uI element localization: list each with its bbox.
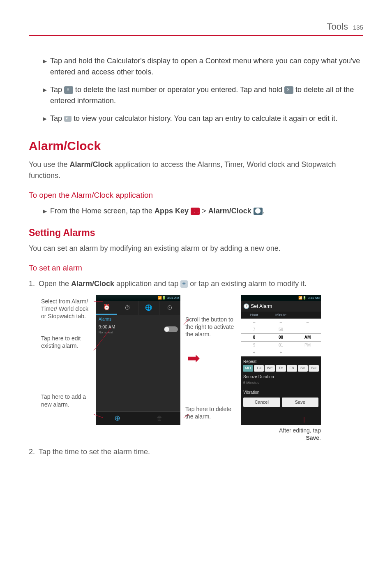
bold-text: Apps Key [154, 207, 189, 215]
step-text: Open the Alarm/Clock application and tap… [39, 278, 363, 289]
svg-line-3 [184, 319, 189, 325]
open-app-subheading: To open the Alarm/Clock application [29, 190, 363, 201]
page-header: Tools 135 [29, 20, 363, 36]
bullet-text: Tap to delete the last number or operato… [50, 84, 363, 106]
open-app-instruction: From the Home screen, tap the Apps Key >… [50, 206, 363, 217]
apps-key-icon [191, 208, 200, 215]
svg-line-1 [94, 328, 111, 351]
step-number: 2. [29, 446, 39, 458]
step-text: Tap the time to set the alarm time. [39, 446, 363, 458]
bullet-item: ▶ From the Home screen, tap the Apps Key… [43, 206, 363, 217]
set-alarm-subheading: To set an alarm [29, 262, 363, 274]
bold-text: Alarm/Clock [71, 280, 114, 288]
header-page-number: 135 [353, 23, 363, 32]
dropdown-arrow-icon [64, 116, 71, 122]
text-fragment: Tap [50, 114, 64, 123]
add-alarm-plus-icon [180, 280, 188, 288]
step-number: 1. [29, 278, 39, 289]
step-2: 2. Tap the time to set the alarm time. [29, 446, 363, 458]
text-fragment: to delete the last number or operator yo… [75, 86, 284, 94]
bold-text: Save [306, 435, 319, 441]
bullet-item: ▶ Tap to delete the last number or opera… [43, 84, 363, 106]
bullet-text: Tap to view your calculator history. You… [50, 113, 363, 124]
alarm-clock-intro: You use the Alarm/Clock application to a… [29, 159, 363, 181]
text-fragment: to view your calculator history. You can… [74, 114, 337, 123]
bullet-item: ▶ Tap and hold the Calculator's display … [43, 55, 363, 78]
text-fragment: Open the [39, 280, 71, 288]
text-fragment: From the Home screen, tap the [50, 207, 154, 215]
text-fragment: or tap an existing alarm to modify it. [188, 280, 307, 288]
annotated-screenshots: Select from Alarm/ Timer/ World clock or… [41, 295, 363, 435]
setting-alarms-heading: Setting Alarms [29, 226, 363, 240]
triangle-bullet-icon: ▶ [43, 206, 50, 217]
alarm-clock-heading: Alarm/Clock [29, 136, 363, 155]
text-fragment: > [202, 207, 208, 215]
text-fragment: application and tap [114, 280, 180, 288]
text-fragment: Tap [50, 86, 64, 94]
calculator-bullets: ▶ Tap and hold the Calculator's display … [43, 55, 363, 124]
text-fragment: . [319, 435, 321, 441]
text-fragment: . [263, 207, 265, 215]
alarm-clock-app-icon [254, 208, 263, 215]
bold-text: Alarm/Clock [69, 160, 113, 169]
setting-alarms-intro: You can set an alarm by modifying an exi… [29, 243, 363, 254]
text-fragment: You use the [29, 160, 69, 169]
bullet-item: ▶ Tap to view your calculator history. Y… [43, 113, 363, 124]
delete-icon [64, 86, 73, 94]
bold-text: Alarm/Clock [208, 207, 251, 215]
triangle-bullet-icon: ▶ [43, 84, 50, 106]
bullet-text: Tap and hold the Calculator's display to… [50, 55, 363, 78]
delete-icon [284, 86, 293, 94]
svg-line-2 [94, 414, 103, 418]
leader-lines [41, 295, 329, 435]
step-1: 1. Open the Alarm/Clock application and … [29, 278, 363, 289]
triangle-bullet-icon: ▶ [43, 113, 50, 124]
svg-line-4 [184, 414, 189, 418]
header-section: Tools [327, 20, 348, 33]
triangle-bullet-icon: ▶ [43, 55, 50, 78]
